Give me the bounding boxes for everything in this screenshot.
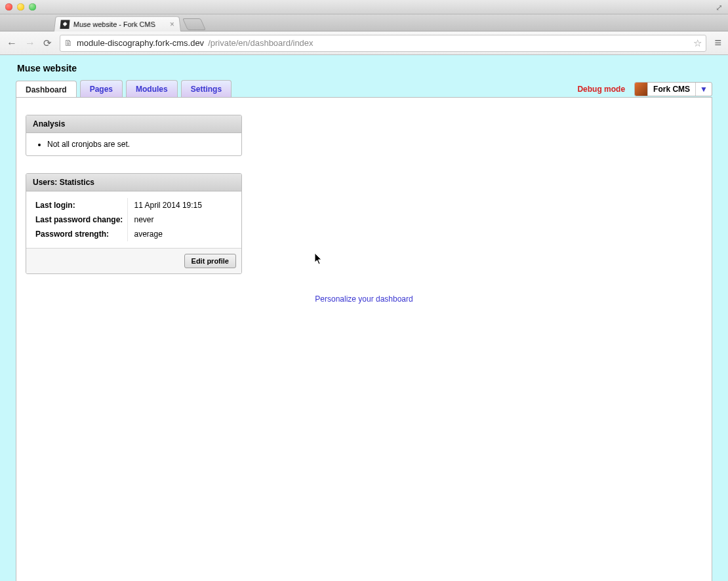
users-statistics-widget: Users: Statistics Last login: 11 April 2… — [26, 173, 242, 274]
traffic-lights — [5, 3, 36, 10]
stat-value: never — [127, 212, 232, 227]
stat-row: Password strength: average — [35, 227, 232, 241]
user-menu[interactable]: Fork CMS ▼ — [634, 82, 712, 96]
analysis-item: Not all cronjobs are set. — [47, 140, 232, 149]
address-bar[interactable]: 🗎 module-discography.fork-cms.dev/privat… — [60, 35, 706, 52]
header-row: Dashboard Pages Modules Settings Debug m… — [16, 80, 712, 98]
avatar — [635, 83, 648, 96]
url-host: module-discography.fork-cms.dev — [77, 38, 204, 48]
minimize-window-button[interactable] — [17, 3, 24, 10]
stats-title: Users: Statistics — [26, 174, 241, 191]
browser-tabstrip: Muse website - Fork CMS × — [0, 14, 728, 31]
close-window-button[interactable] — [5, 3, 12, 10]
analysis-title: Analysis — [26, 115, 241, 133]
stats-body: Last login: 11 April 2014 19:15 Last pas… — [26, 191, 241, 248]
stat-label: Password strength: — [35, 227, 127, 241]
stats-footer: Edit profile — [26, 248, 241, 273]
stat-row: Last login: 11 April 2014 19:15 — [35, 198, 232, 212]
browser-tab[interactable]: Muse website - Fork CMS × — [54, 16, 181, 31]
site-title: Muse website — [16, 63, 712, 73]
stat-row: Last password change: never — [35, 212, 232, 227]
chevron-down-icon: ▼ — [695, 83, 712, 96]
favicon-icon — [60, 20, 70, 29]
stat-value: average — [127, 227, 232, 241]
debug-mode-link[interactable]: Debug mode — [577, 85, 625, 94]
chrome-menu-icon[interactable]: ≡ — [714, 36, 721, 50]
back-button[interactable]: ← — [7, 37, 17, 49]
browser-toolbar: ← → ⟳ 🗎 module-discography.fork-cms.dev/… — [0, 31, 728, 55]
bookmark-star-icon[interactable]: ☆ — [693, 37, 702, 49]
stat-value: 11 April 2014 19:15 — [127, 198, 232, 212]
tab-title: Muse website - Fork CMS — [73, 20, 155, 28]
new-tab-button[interactable] — [182, 18, 206, 30]
cursor-icon — [315, 253, 323, 267]
personalize-dashboard-link[interactable]: Personalize your dashboard — [315, 294, 413, 304]
analysis-widget: Analysis Not all cronjobs are set. — [26, 115, 242, 156]
tab-pages[interactable]: Pages — [80, 80, 123, 98]
tab-close-icon[interactable]: × — [169, 20, 174, 29]
tab-modules[interactable]: Modules — [126, 80, 178, 98]
url-path: /private/en/dashboard/index — [208, 38, 313, 48]
forward-button[interactable]: → — [25, 37, 35, 49]
zoom-window-button[interactable] — [29, 3, 36, 10]
stat-label: Last login: — [35, 198, 127, 212]
page-body: Muse website Dashboard Pages Modules Set… — [0, 55, 728, 581]
page-icon: 🗎 — [64, 38, 73, 48]
edit-profile-button[interactable]: Edit profile — [184, 254, 236, 268]
reload-button[interactable]: ⟳ — [43, 37, 52, 49]
user-label: Fork CMS — [648, 83, 695, 96]
stat-label: Last password change: — [35, 212, 127, 227]
window-titlebar: ⤢ — [0, 0, 728, 14]
analysis-body: Not all cronjobs are set. — [26, 133, 241, 155]
main-tabs: Dashboard Pages Modules Settings — [16, 80, 232, 98]
fullscreen-icon[interactable]: ⤢ — [716, 3, 723, 12]
header-right: Debug mode Fork CMS ▼ — [577, 82, 712, 96]
tab-settings[interactable]: Settings — [181, 80, 232, 98]
tab-dashboard[interactable]: Dashboard — [16, 81, 77, 98]
main-panel: Analysis Not all cronjobs are set. Users… — [16, 97, 712, 581]
